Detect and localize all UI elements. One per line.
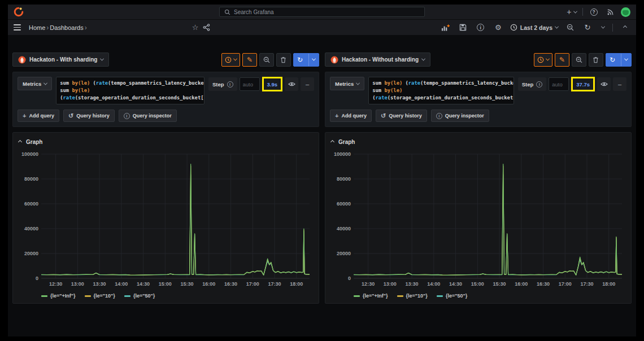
- new-button[interactable]: +: [566, 6, 577, 18]
- trash-icon: [280, 56, 286, 63]
- edit-button[interactable]: ✎: [555, 53, 569, 67]
- promql-editor[interactable]: sum by(le) (rate(tempo_spanmetrics_laten…: [368, 77, 514, 104]
- remove-query-button[interactable]: –: [301, 77, 314, 91]
- legend-label: {le="+Inf"}: [50, 293, 76, 299]
- legend-item[interactable]: {le="50"}: [124, 293, 155, 299]
- refresh-icon[interactable]: ↻: [582, 22, 593, 33]
- prometheus-icon: [330, 56, 338, 64]
- time-override-button[interactable]: [221, 53, 240, 67]
- zoom-out-button[interactable]: [259, 53, 274, 67]
- graph-plot[interactable]: 02000040000600008000010000012:3013:0013:…: [331, 148, 625, 291]
- query-editor: Metrics sum by(le) (rate(tempo_spanmetri…: [12, 72, 319, 127]
- search-placeholder: Search Grafana: [234, 9, 274, 15]
- run-query-button[interactable]: ↻: [606, 53, 632, 67]
- x-tick-label: 16:30: [537, 281, 550, 287]
- x-tick-label: 15:00: [471, 281, 484, 287]
- delete-button[interactable]: [276, 53, 291, 67]
- time-range-picker[interactable]: Last 2 days: [510, 24, 558, 31]
- panel-title: Hackaton - Without sharding: [342, 56, 419, 63]
- remove-query-button[interactable]: –: [613, 77, 626, 91]
- query-history-button[interactable]: ↺Query history: [63, 110, 115, 122]
- info-icon[interactable]: i: [227, 81, 233, 88]
- x-tick-label: 17:30: [580, 281, 593, 287]
- interval-annotation-box: 3.9s: [262, 77, 283, 91]
- grafana-logo-icon[interactable]: [14, 7, 24, 17]
- query-inspector-button[interactable]: iQuery inspector: [431, 110, 489, 122]
- insights-icon[interactable]: i: [475, 22, 486, 33]
- x-tick-label: 15:30: [181, 281, 194, 287]
- save-icon[interactable]: [458, 22, 469, 33]
- toggle-visibility-button[interactable]: [285, 77, 298, 91]
- query-inspector-button[interactable]: iQuery inspector: [119, 110, 177, 122]
- step-label: Step i: [208, 77, 237, 91]
- series-line: [354, 166, 622, 276]
- legend-item[interactable]: {le="+Inf"}: [41, 293, 76, 299]
- graph-collapse-toggle[interactable]: Graph: [19, 137, 313, 146]
- zoom-out-button[interactable]: [572, 53, 586, 67]
- step-input[interactable]: [549, 77, 569, 91]
- add-query-button[interactable]: +Add query: [18, 110, 59, 122]
- legend-item[interactable]: {le="10"}: [85, 293, 115, 299]
- time-override-button[interactable]: [534, 53, 552, 67]
- search-input[interactable]: Search Grafana: [219, 7, 425, 17]
- add-query-button[interactable]: +Add query: [330, 110, 372, 122]
- divider: [612, 24, 613, 32]
- metrics-dropdown[interactable]: Metrics: [330, 77, 364, 90]
- star-icon[interactable]: ☆: [190, 22, 201, 33]
- trash-icon: [593, 56, 599, 63]
- legend-item[interactable]: {le="+Inf"}: [354, 293, 388, 299]
- promql-editor[interactable]: sum by(le) (rate(tempo_spanmetrics_laten…: [56, 77, 204, 104]
- x-tick-label: 13:00: [71, 281, 84, 287]
- metrics-dropdown[interactable]: Metrics: [18, 77, 52, 90]
- dashboard-body: Hackaton - With sharding ✎: [8, 36, 636, 336]
- legend-label: {le="10"}: [94, 293, 115, 299]
- panel-with-sharding: Hackaton - With sharding ✎: [12, 53, 319, 336]
- breadcrumb-dashboards[interactable]: Dashboards: [50, 24, 83, 31]
- delete-button[interactable]: [589, 53, 603, 67]
- x-tick-label: 14:30: [137, 281, 150, 287]
- datasource-picker[interactable]: Hackaton - Without sharding: [325, 53, 430, 67]
- clock-icon: [510, 24, 517, 31]
- y-tick-label: 20000: [337, 251, 351, 256]
- graph-legend: {le="+Inf"}{le="10"}{le="50"}: [331, 291, 625, 300]
- add-panel-icon[interactable]: [440, 22, 451, 33]
- query-history-button[interactable]: ↺Query history: [376, 110, 427, 122]
- edit-button[interactable]: ✎: [242, 53, 257, 67]
- panel-title: Hackaton - With sharding: [29, 56, 97, 63]
- legend-label: {le="50"}: [133, 293, 155, 299]
- help-icon[interactable]: ?: [588, 6, 599, 18]
- eye-icon: [288, 81, 295, 87]
- run-query-button[interactable]: ↻: [293, 53, 319, 67]
- step-input[interactable]: [240, 77, 260, 91]
- eye-icon: [601, 81, 608, 87]
- legend-label: {le="10"}: [406, 293, 428, 299]
- info-icon[interactable]: i: [536, 81, 542, 88]
- zoom-out-time-icon[interactable]: [564, 22, 576, 33]
- interval-value: 3.9s: [267, 81, 278, 88]
- graph-section: Graph 02000040000600008000010000012:3013…: [325, 132, 632, 304]
- x-tick-label: 12:30: [49, 281, 62, 287]
- datasource-picker[interactable]: Hackaton - With sharding: [12, 53, 109, 67]
- x-tick-label: 18:00: [290, 281, 303, 287]
- series-line: [41, 166, 310, 276]
- menu-icon[interactable]: [14, 24, 21, 30]
- share-icon[interactable]: [201, 22, 212, 33]
- toggle-visibility-button[interactable]: [597, 77, 611, 91]
- refresh-interval-caret[interactable]: [599, 22, 606, 33]
- news-icon[interactable]: [604, 6, 616, 18]
- prometheus-icon: [18, 56, 26, 64]
- legend-dash: [41, 295, 47, 297]
- collapse-toolbar-icon[interactable]: [619, 22, 630, 33]
- legend-item[interactable]: {le="50"}: [437, 293, 467, 299]
- legend-dash: [354, 295, 360, 297]
- legend-item[interactable]: {le="10"}: [397, 293, 428, 299]
- graph-plot[interactable]: 02000040000600008000010000012:3013:0013:…: [19, 148, 313, 291]
- y-tick-label: 100000: [334, 151, 351, 157]
- graph-collapse-toggle[interactable]: Graph: [331, 137, 625, 146]
- legend-dash: [124, 295, 130, 297]
- breadcrumb-home[interactable]: Home: [29, 24, 45, 31]
- clock-icon: [225, 56, 232, 63]
- settings-gear-icon[interactable]: ⚙: [493, 22, 504, 33]
- y-tick-label: 40000: [337, 226, 351, 231]
- avatar[interactable]: [621, 7, 630, 17]
